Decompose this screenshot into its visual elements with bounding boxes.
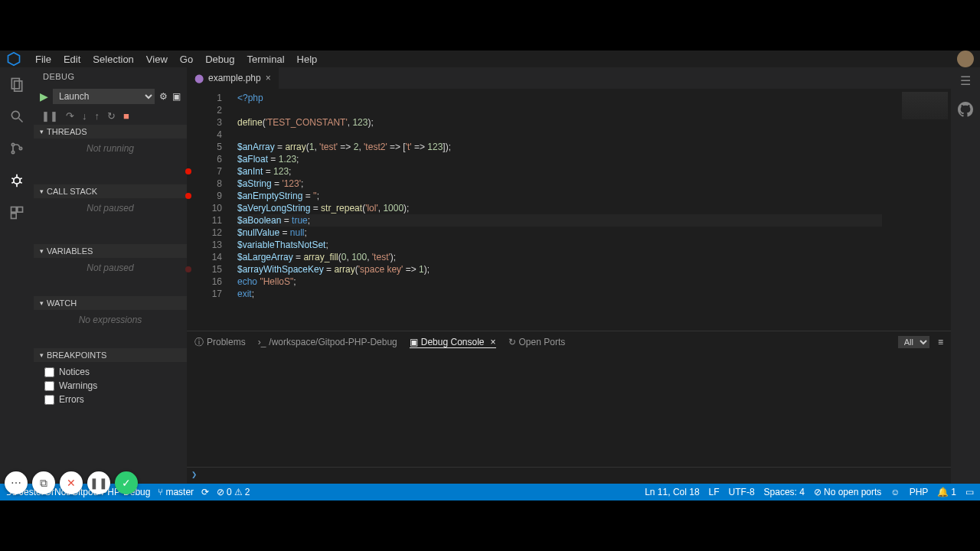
svg-rect-1 — [11, 79, 19, 89]
app-logo-icon — [6, 51, 21, 67]
svg-point-5 — [11, 143, 14, 145]
status-feedback[interactable]: ☺ — [890, 487, 900, 497]
terminal-icon: ›_ — [258, 337, 266, 347]
debug-console-icon: ▣ — [410, 337, 418, 347]
status-cursor[interactable]: Ln 11, Col 18 — [645, 487, 699, 497]
status-bar: ⎇JesterOrNot/Gitpod-PHP-Debug ⑂master ⟳ … — [0, 484, 980, 500]
status-layout[interactable]: ▭ — [965, 487, 974, 497]
code-editor[interactable]: <?php define('TEST_CONSTANT', 123); $anA… — [231, 89, 882, 331]
bp-warnings[interactable]: Warnings — [34, 379, 187, 393]
float-confirm-icon[interactable]: ✓ — [115, 471, 138, 494]
debug-console-toggle-icon[interactable]: ▣ — [172, 91, 181, 102]
tab-example-php[interactable]: ⬤ example.php × — [187, 67, 279, 89]
float-pause-icon[interactable]: ❚❚ — [87, 471, 110, 494]
panel-tab-problems[interactable]: ⓘProblems — [194, 336, 246, 349]
php-file-icon: ⬤ — [194, 73, 204, 83]
menu-help[interactable]: Help — [291, 52, 324, 67]
svg-rect-16 — [18, 207, 23, 213]
watch-empty: No expressions — [34, 310, 187, 348]
line-gutter[interactable]: 1234567891011121314151617 — [187, 89, 231, 331]
float-more-icon[interactable]: ⋯ — [5, 471, 28, 494]
debug-sidebar: DEBUG ▶ Launch ⚙ ▣ ❚❚ ↷ ↓ ↑ ↻ ■ ▾THREADS… — [34, 67, 187, 484]
explorer-icon[interactable] — [6, 73, 28, 95]
section-threads[interactable]: ▾THREADS — [34, 125, 187, 139]
restart-icon[interactable]: ↻ — [107, 110, 116, 122]
debug-console-output[interactable] — [187, 353, 951, 467]
user-avatar[interactable] — [957, 51, 974, 67]
debug-console-input[interactable]: ❯ — [187, 467, 951, 484]
activity-bar — [0, 67, 34, 484]
panel-filter: All ≡ — [898, 336, 943, 348]
console-filter-select[interactable]: All — [898, 336, 929, 348]
start-debug-icon[interactable]: ▶ — [40, 90, 48, 103]
github-icon[interactable] — [958, 102, 973, 120]
float-record-icon[interactable]: ⧉ — [32, 471, 55, 494]
step-into-icon[interactable]: ↓ — [82, 110, 87, 122]
float-cancel-icon[interactable]: ✕ — [60, 471, 83, 494]
panel-tab-terminal[interactable]: ›_/workspace/Gitpod-PHP-Debug — [258, 337, 397, 347]
gear-icon[interactable]: ⚙ — [159, 91, 168, 102]
svg-line-4 — [19, 119, 23, 122]
bell-icon: 🔔 — [937, 487, 949, 497]
search-icon[interactable] — [6, 106, 28, 127]
panel-tab-open-ports[interactable]: ↻Open Ports — [508, 337, 566, 347]
close-icon[interactable]: × — [491, 337, 496, 347]
extensions-icon[interactable] — [6, 202, 28, 223]
debug-icon[interactable] — [6, 170, 28, 191]
ports-icon: ↻ — [508, 337, 516, 347]
status-sync[interactable]: ⟳ — [201, 487, 209, 497]
chevron-down-icon: ▾ — [40, 247, 44, 255]
smiley-icon: ☺ — [890, 487, 900, 497]
clear-console-icon[interactable]: ≡ — [938, 337, 943, 347]
editor-tabs: ⬤ example.php × — [187, 67, 951, 89]
section-variables[interactable]: ▾VARIABLES — [34, 244, 187, 258]
sidebar-title: DEBUG — [34, 67, 187, 86]
step-over-icon[interactable]: ↷ — [66, 110, 74, 122]
sync-icon: ⟳ — [201, 487, 209, 497]
section-callstack[interactable]: ▾CALL STACK — [34, 184, 187, 198]
close-icon[interactable]: × — [266, 73, 271, 83]
menu-view[interactable]: View — [140, 52, 174, 67]
svg-marker-0 — [8, 53, 20, 66]
threads-empty: Not running — [34, 139, 187, 184]
menu-debug[interactable]: Debug — [199, 52, 240, 67]
pause-icon[interactable]: ❚❚ — [41, 110, 58, 122]
svg-point-6 — [11, 151, 14, 153]
status-notifications[interactable]: 🔔1 — [937, 487, 956, 497]
bp-errors[interactable]: Errors — [34, 393, 187, 406]
status-encoding[interactable]: UTF-8 — [729, 487, 755, 497]
right-rail: ☰ — [951, 67, 980, 484]
svg-rect-17 — [11, 214, 17, 219]
menu-terminal[interactable]: Terminal — [240, 52, 290, 67]
bp-notices[interactable]: Notices — [34, 365, 187, 379]
step-out-icon[interactable]: ↑ — [95, 110, 100, 122]
chevron-down-icon: ▾ — [40, 128, 44, 135]
status-language[interactable]: PHP — [910, 487, 929, 497]
source-control-icon[interactable] — [6, 138, 28, 159]
panel-tabs: ⓘProblems ›_/workspace/Gitpod-PHP-Debug … — [187, 331, 951, 353]
status-problems[interactable]: ⊘0 ⚠2 — [217, 487, 250, 497]
svg-point-8 — [14, 178, 20, 184]
ports-icon: ⊘ — [814, 487, 822, 497]
outline-icon[interactable]: ☰ — [960, 73, 971, 88]
section-breakpoints[interactable]: ▾BREAKPOINTS — [34, 348, 187, 362]
section-watch[interactable]: ▾WATCH — [34, 296, 187, 310]
floating-toolbar: ⋯ ⧉ ✕ ❚❚ ✓ — [5, 471, 138, 494]
menu-edit[interactable]: Edit — [57, 52, 87, 67]
launch-config-select[interactable]: Launch — [53, 89, 155, 104]
editor-area: ⇔ ⬤ example.php × 1234567891011121314151… — [187, 67, 951, 484]
panel-tab-debug-console[interactable]: ▣Debug Console× — [410, 337, 496, 348]
status-indent[interactable]: Spaces: 4 — [764, 487, 805, 497]
info-icon: ⓘ — [194, 336, 204, 349]
stop-icon[interactable]: ■ — [123, 110, 129, 122]
branch-icon: ⑂ — [158, 487, 163, 497]
minimap[interactable] — [882, 89, 951, 331]
status-ports[interactable]: ⊘No open ports — [814, 487, 881, 497]
status-eol[interactable]: LF — [709, 487, 720, 497]
breakpoints-list: Notices Warnings Errors — [34, 362, 187, 409]
menu-file[interactable]: File — [29, 52, 57, 67]
svg-rect-2 — [15, 81, 22, 91]
menu-go[interactable]: Go — [174, 52, 199, 67]
status-branch[interactable]: ⑂master — [158, 487, 194, 497]
menu-selection[interactable]: Selection — [87, 52, 139, 67]
